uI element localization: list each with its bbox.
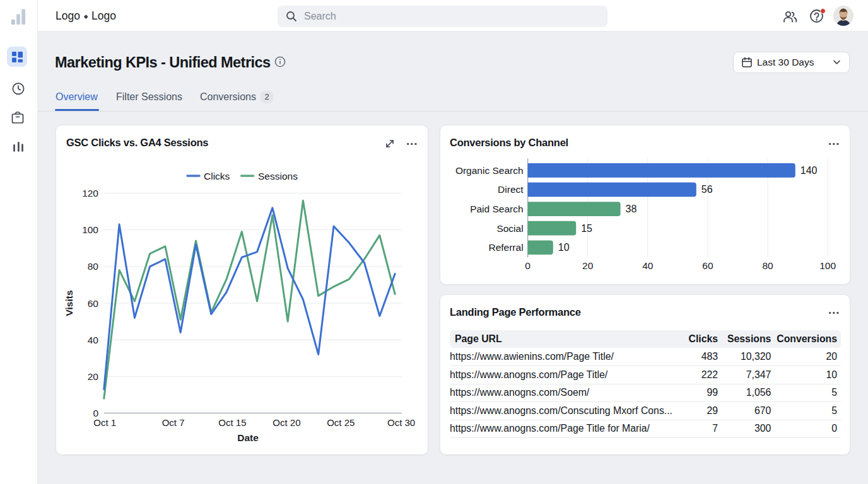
svg-text:40: 40 <box>88 335 99 345</box>
svg-text:Social: Social <box>496 223 523 234</box>
svg-text:56: 56 <box>701 184 713 195</box>
svg-text:20: 20 <box>88 371 99 382</box>
svg-text:Referral: Referral <box>488 242 523 253</box>
svg-text:40: 40 <box>642 260 654 271</box>
svg-text:20: 20 <box>582 260 594 271</box>
svg-text:Date: Date <box>237 432 259 443</box>
svg-text:Oct 30: Oct 30 <box>387 417 415 428</box>
svg-text:Organic Search: Organic Search <box>455 165 524 176</box>
svg-text:0: 0 <box>525 260 531 271</box>
svg-text:Oct 20: Oct 20 <box>273 417 300 428</box>
svg-text:Oct 25: Oct 25 <box>327 417 355 428</box>
svg-text:Oct 15: Oct 15 <box>218 417 246 428</box>
svg-text:Oct 1: Oct 1 <box>93 417 116 428</box>
svg-text:100: 100 <box>819 260 836 271</box>
svg-text:120: 120 <box>82 188 98 199</box>
svg-text:Oct 7: Oct 7 <box>162 417 185 428</box>
svg-text:Clicks: Clicks <box>204 171 230 182</box>
svg-text:38: 38 <box>626 204 637 214</box>
svg-text:Visits: Visits <box>64 290 74 316</box>
svg-text:140: 140 <box>801 165 818 176</box>
svg-text:Paid Search: Paid Search <box>470 204 523 214</box>
svg-text:Sessions: Sessions <box>258 171 298 182</box>
svg-text:60: 60 <box>702 260 713 271</box>
svg-text:15: 15 <box>581 223 592 234</box>
svg-text:Direct: Direct <box>498 184 524 195</box>
svg-text:80: 80 <box>88 261 99 272</box>
svg-text:80: 80 <box>762 260 773 271</box>
svg-text:10: 10 <box>558 242 570 253</box>
svg-text:100: 100 <box>82 224 98 235</box>
svg-text:60: 60 <box>88 298 99 309</box>
